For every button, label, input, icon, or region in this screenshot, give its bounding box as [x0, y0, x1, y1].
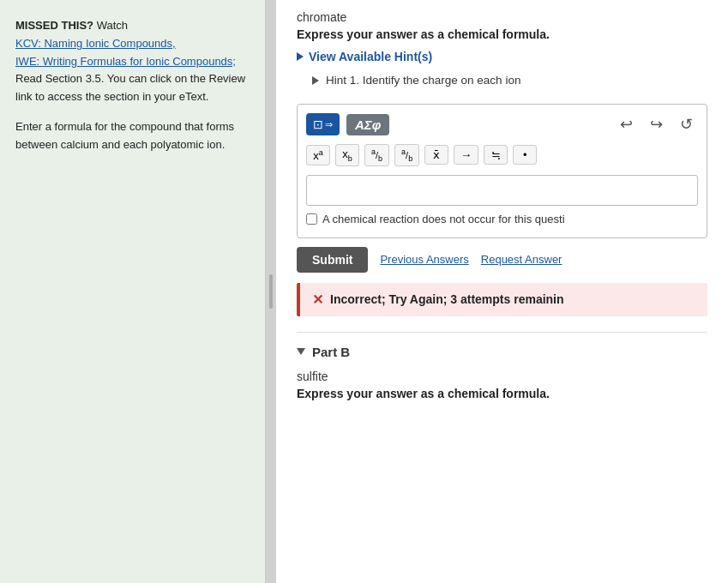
answer-box: ⊡ ⇒ ΑΣφ ↩ ↪ ↺ xa xb a/b a/b x̄ → [297, 104, 707, 238]
math-buttons-row: xa xb a/b a/b x̄ → ≒ • [306, 144, 698, 166]
missed-this-section: MISSED THIS? Watch KCV: Naming Ionic Com… [15, 17, 250, 154]
superscript-button[interactable]: xa [306, 145, 330, 165]
no-reaction-checkbox[interactable] [306, 213, 317, 225]
no-reaction-text: A chemical reaction does not occur for t… [322, 213, 565, 225]
iwe-link[interactable]: IWE: Writing Formulas for Ionic Compound… [15, 55, 236, 68]
answer-toolbar: ⊡ ⇒ ΑΣφ ↩ ↪ ↺ [306, 113, 698, 135]
arrow-right-small: ⇒ [325, 119, 333, 130]
missed-this-line: MISSED THIS? Watch [15, 17, 250, 35]
submit-button[interactable]: Submit [297, 247, 368, 273]
previous-answers-link[interactable]: Previous Answers [380, 253, 468, 266]
express-answer-b-label: Express your answer as a chemical formul… [297, 387, 707, 400]
read-text: Read Section 3.5. You can click on the R… [15, 72, 245, 103]
chemical-formula-input[interactable] [306, 175, 698, 206]
express-answer-label: Express your answer as a chemical formul… [297, 27, 707, 41]
x-icon: ✕ [312, 292, 323, 308]
left-panel: MISSED THIS? Watch KCV: Naming Ionic Com… [0, 0, 266, 583]
no-reaction-row: A chemical reaction does not occur for t… [306, 213, 698, 225]
asf-button[interactable]: ΑΣφ [346, 114, 389, 135]
part-b-label: Part B [312, 345, 350, 359]
hints-section: View Available Hint(s) Hint 1. Identify … [297, 50, 707, 92]
undo-button[interactable]: ↩ [615, 113, 638, 135]
dot-button[interactable]: • [513, 145, 537, 165]
hints-triangle-icon [297, 52, 304, 61]
hint1-item: Hint 1. Identify the charge on each ion [297, 69, 707, 92]
enter-formula-text: Enter a formula for the compound that fo… [15, 118, 250, 154]
missed-this-label: MISSED THIS? [15, 19, 93, 32]
hint1-play-icon[interactable] [312, 76, 319, 85]
redo-button[interactable]: ↪ [645, 113, 668, 135]
watch-text: Watch [93, 19, 128, 32]
hint1-text: Hint 1. Identify the charge on each ion [326, 74, 520, 87]
chromate-label: chromate [297, 10, 707, 24]
kcv-link[interactable]: KCV: Naming Ionic Compounds, [15, 37, 176, 50]
drag-handle-bar [269, 274, 273, 309]
refresh-button[interactable]: ↺ [675, 113, 698, 135]
approx-button[interactable]: ≒ [484, 145, 508, 165]
hints-label: View Available Hint(s) [309, 50, 432, 63]
matrix-button[interactable]: ⊡ ⇒ [306, 113, 340, 135]
part-b-section: Part B sulfite Express your answer as a … [297, 332, 707, 400]
xbar-button[interactable]: x̄ [424, 145, 448, 165]
arrow-button[interactable]: → [454, 145, 478, 165]
iwe-line: IWE: Writing Formulas for Ionic Compound… [15, 53, 250, 106]
hints-header[interactable]: View Available Hint(s) [297, 50, 707, 63]
request-answer-link[interactable]: Request Answer [481, 253, 563, 266]
undo-icon: ↩ [620, 116, 633, 133]
asf-label: ΑΣφ [355, 117, 381, 132]
incorrect-text: Incorrect; Try Again; 3 attempts remaini… [330, 292, 564, 306]
resize-handle[interactable] [266, 0, 276, 583]
matrix-icon: ⊡ [313, 117, 323, 131]
sulfite-label: sulfite [297, 370, 707, 383]
part-b-header[interactable]: Part B [297, 345, 707, 359]
fraction-button[interactable]: a/b [394, 144, 419, 166]
redo-icon: ↪ [650, 116, 663, 133]
links-line: KCV: Naming Ionic Compounds, [15, 35, 250, 53]
submit-row: Submit Previous Answers Request Answer [297, 247, 707, 273]
part-b-triangle-icon [297, 348, 305, 355]
incorrect-banner: ✕ Incorrect; Try Again; 3 attempts remai… [297, 283, 707, 316]
fraction-small-button[interactable]: a/b [364, 144, 389, 166]
refresh-icon: ↺ [680, 116, 693, 133]
right-panel: chromate Express your answer as a chemic… [276, 0, 728, 583]
subscript-button[interactable]: xb [335, 144, 359, 166]
